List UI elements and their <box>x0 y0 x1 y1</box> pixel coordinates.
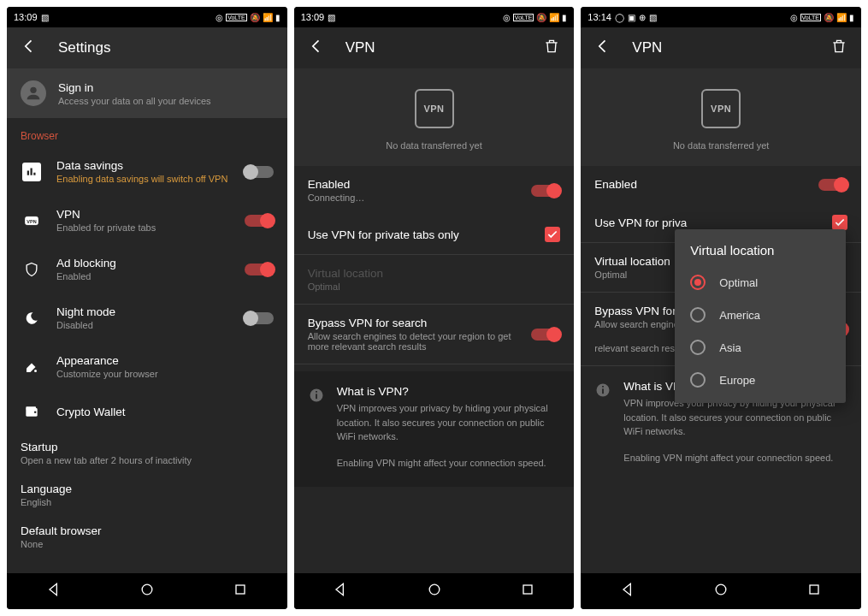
vpn-icon <box>21 211 43 230</box>
private-tabs-title: Use VPN for priva <box>594 216 818 229</box>
app-bar: Settings <box>7 27 287 68</box>
row-data-savings[interactable]: Data savings Enabling data savings will … <box>7 147 287 196</box>
data-savings-icon <box>21 163 43 181</box>
appearance-sub: Customize your browser <box>56 369 274 379</box>
status-bar: 13:09 ▧ ◎VoLTE🔕📶▮ <box>7 7 287 27</box>
row-language[interactable]: Language English <box>7 474 287 516</box>
nav-recent-icon[interactable] <box>519 581 536 601</box>
settings-content: Sign in Access your data on all your dev… <box>7 68 287 573</box>
status-icons: ◎VoLTE🔕📶▮ <box>216 13 280 22</box>
signin-row[interactable]: Sign in Access your data on all your dev… <box>7 68 287 118</box>
private-tabs-checkbox[interactable] <box>832 215 847 230</box>
info-whatis: What is VPN? VPN improves your privacy b… <box>294 371 575 487</box>
bypass-toggle[interactable] <box>531 329 560 341</box>
defbrowser-sub: None <box>21 539 274 549</box>
signin-title: Sign in <box>58 81 211 94</box>
trash-icon[interactable] <box>543 38 560 58</box>
appearance-title: Appearance <box>56 354 274 367</box>
startup-title: Startup <box>21 441 274 453</box>
vpn-title: VPN <box>56 208 231 221</box>
nav-back-icon[interactable] <box>332 581 349 601</box>
shield-icon <box>21 261 43 278</box>
row-adblock[interactable]: Ad blocking Enabled <box>7 245 287 293</box>
language-sub: English <box>21 497 274 507</box>
row-vpn[interactable]: VPN Enabled for private tabs <box>7 196 287 245</box>
vpn-header: VPN No data transferred yet <box>294 68 575 166</box>
info-icon <box>308 387 325 404</box>
nav-recent-icon[interactable] <box>806 581 823 601</box>
adblock-toggle[interactable] <box>245 264 274 275</box>
nav-recent-icon[interactable] <box>232 581 249 601</box>
vpn-header-sub: No data transferred yet <box>581 140 861 151</box>
page-title: Settings <box>58 39 110 56</box>
adblock-title: Ad blocking <box>56 257 231 270</box>
row-bypass[interactable]: Bypass VPN for search Allow search engin… <box>294 305 575 364</box>
back-icon[interactable] <box>21 38 38 58</box>
vloc-sub: Optimal <box>308 281 561 292</box>
nav-bar <box>294 573 575 609</box>
private-tabs-title: Use VPN for private tabs only <box>308 228 532 241</box>
info-title: What is VPN? <box>337 385 561 398</box>
nightmode-toggle[interactable] <box>245 312 274 324</box>
avatar-icon <box>21 80 46 106</box>
vpn-toggle[interactable] <box>245 215 274 227</box>
enabled-sub: Connecting… <box>308 192 518 203</box>
enabled-toggle[interactable] <box>818 179 847 191</box>
popup-option-europe[interactable]: Europe <box>675 364 846 396</box>
signin-sub: Access your data on all your devices <box>58 96 211 106</box>
status-time: 13:09 <box>301 12 325 22</box>
row-crypto[interactable]: Crypto Wallet <box>7 391 287 432</box>
row-appearance[interactable]: Appearance Customize your browser <box>7 342 287 391</box>
page-title: VPN <box>345 39 375 56</box>
paint-icon <box>21 359 43 375</box>
popup-option-optimal[interactable]: Optimal <box>675 266 846 299</box>
nav-home-icon[interactable] <box>712 581 729 601</box>
enabled-title: Enabled <box>594 178 805 191</box>
popup-option-asia[interactable]: Asia <box>675 331 846 364</box>
row-startup[interactable]: Startup Open a new tab after 2 hours of … <box>7 432 287 474</box>
crypto-title: Crypto Wallet <box>56 406 274 418</box>
status-time: 13:14 <box>588 12 611 22</box>
private-tabs-checkbox[interactable] <box>545 227 560 242</box>
back-icon[interactable] <box>308 38 325 58</box>
row-nightmode[interactable]: Night mode Disabled <box>7 293 287 342</box>
data-savings-sub: Enabling data savings will switch off VP… <box>56 174 231 184</box>
popup-option-label: America <box>719 309 760 322</box>
nav-back-icon[interactable] <box>619 581 636 601</box>
status-bar: 13:09▧ ◎VoLTE🔕📶▮ <box>294 7 575 27</box>
startup-sub: Open a new tab after 2 hours of inactivi… <box>21 455 274 465</box>
back-icon[interactable] <box>594 38 611 58</box>
app-bar: VPN <box>581 27 861 68</box>
info-body2: Enabling VPN might affect your connectio… <box>623 451 847 465</box>
section-browser-label: Browser <box>7 118 287 147</box>
wallet-icon <box>21 403 43 420</box>
nav-bar <box>581 573 861 609</box>
row-enabled[interactable]: Enabled Connecting… <box>294 166 575 215</box>
nav-bar <box>7 573 287 609</box>
row-default-browser[interactable]: Default browser None <box>7 516 287 558</box>
vloc-title: Virtual location <box>308 267 561 280</box>
popup-option-america[interactable]: America <box>675 299 846 331</box>
row-enabled[interactable]: Enabled <box>581 166 861 203</box>
info-body2: Enabling VPN might affect your connectio… <box>337 456 561 471</box>
enabled-toggle[interactable] <box>531 185 560 197</box>
popup-title: Virtual location <box>675 243 846 266</box>
vpn-badge-icon: VPN <box>415 89 454 128</box>
data-savings-toggle[interactable] <box>245 166 274 178</box>
row-virtual-location: Virtual location Optimal <box>294 255 575 304</box>
nav-home-icon[interactable] <box>139 581 156 601</box>
vpn-header-sub: No data transferred yet <box>294 140 575 151</box>
nav-home-icon[interactable] <box>426 581 443 601</box>
page-title: VPN <box>632 39 662 56</box>
popup-option-label: Europe <box>719 374 755 387</box>
language-title: Language <box>21 483 274 495</box>
app-bar: VPN <box>294 27 575 68</box>
radio-icon <box>690 372 706 388</box>
virtual-location-popup: Virtual location Optimal America Asia Eu… <box>675 229 846 403</box>
enabled-title: Enabled <box>308 178 518 191</box>
status-bar: 13:14◯▣⊕▧ ◎VoLTE🔕📶▮ <box>581 7 861 27</box>
row-private-tabs[interactable]: Use VPN for private tabs only <box>294 215 575 254</box>
popup-option-label: Asia <box>719 341 741 354</box>
trash-icon[interactable] <box>830 38 847 58</box>
nav-back-icon[interactable] <box>45 581 62 601</box>
